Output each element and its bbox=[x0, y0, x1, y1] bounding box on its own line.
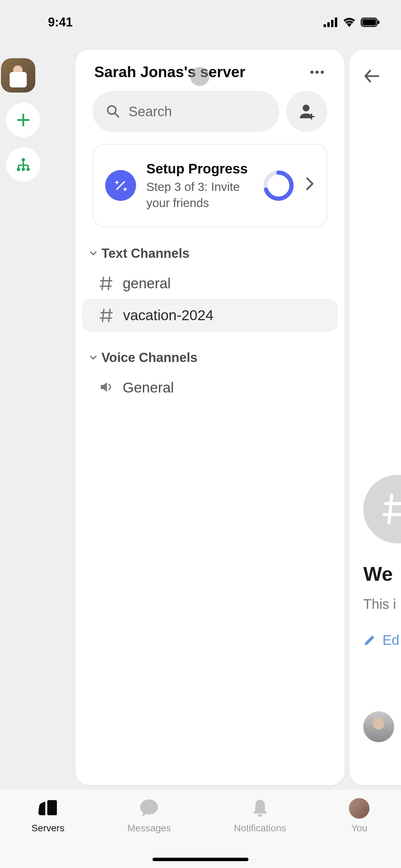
channel-content-peek[interactable]: We This i Ed bbox=[350, 50, 401, 785]
server-title[interactable]: Sarah Jonas's server bbox=[94, 63, 245, 81]
svg-point-44 bbox=[140, 799, 158, 815]
setup-text: Setup Progress Step 3 of 3: Invite your … bbox=[146, 160, 252, 211]
chevron-right-icon bbox=[305, 176, 315, 195]
message-avatar[interactable] bbox=[363, 711, 394, 742]
wand-icon bbox=[113, 178, 129, 193]
svg-line-30 bbox=[102, 277, 104, 290]
svg-rect-0 bbox=[324, 24, 326, 27]
voice-channels-header[interactable]: Voice Channels bbox=[75, 331, 344, 372]
channel-name: vacation-2024 bbox=[123, 307, 214, 324]
hash-icon bbox=[99, 276, 113, 291]
channel-hash-badge bbox=[363, 475, 401, 543]
svg-rect-6 bbox=[378, 21, 379, 24]
add-server-button[interactable] bbox=[6, 103, 40, 137]
svg-line-35 bbox=[109, 309, 110, 322]
panel-header: Sarah Jonas's server ••• bbox=[75, 50, 344, 91]
svg-point-20 bbox=[303, 105, 309, 111]
back-button[interactable] bbox=[363, 69, 380, 85]
setup-subtitle: Step 3 of 3: Invite your friends bbox=[146, 179, 252, 211]
speaker-icon bbox=[99, 379, 114, 395]
voice-channels-title: Voice Channels bbox=[101, 350, 197, 365]
nav-label: You bbox=[351, 823, 367, 834]
server-rail bbox=[0, 58, 46, 182]
server-avatar[interactable] bbox=[1, 58, 35, 93]
edit-label: Ed bbox=[382, 632, 399, 648]
edit-channel-button[interactable]: Ed bbox=[363, 632, 399, 648]
person-add-icon bbox=[297, 102, 316, 121]
search-input[interactable]: Search bbox=[93, 91, 279, 132]
nav-servers[interactable]: Servers bbox=[32, 798, 64, 868]
search-placeholder: Search bbox=[129, 104, 172, 119]
discover-button[interactable] bbox=[6, 147, 40, 182]
bell-icon bbox=[251, 798, 269, 818]
search-icon bbox=[106, 105, 120, 118]
svg-rect-3 bbox=[335, 17, 337, 27]
channel-general[interactable]: general bbox=[82, 268, 338, 299]
nav-label: Servers bbox=[32, 823, 64, 834]
welcome-subtitle: This i bbox=[363, 596, 396, 612]
more-button[interactable]: ••• bbox=[310, 66, 326, 79]
cellular-icon bbox=[324, 17, 338, 27]
touch-indicator bbox=[190, 67, 209, 86]
channel-vacation-2024[interactable]: vacation-2024 bbox=[82, 299, 338, 331]
svg-rect-2 bbox=[331, 20, 333, 27]
svg-line-19 bbox=[115, 113, 119, 117]
nav-you[interactable]: You bbox=[349, 798, 369, 868]
svg-rect-43 bbox=[47, 800, 57, 815]
home-indicator bbox=[153, 858, 248, 861]
svg-line-39 bbox=[389, 495, 392, 523]
nav-label: Messages bbox=[127, 823, 171, 834]
chevron-down-icon bbox=[89, 249, 97, 257]
svg-rect-1 bbox=[327, 22, 330, 27]
arrow-left-icon bbox=[363, 69, 380, 84]
plus-icon bbox=[16, 112, 31, 128]
invite-button[interactable] bbox=[286, 91, 327, 132]
status-time: 9:41 bbox=[48, 15, 73, 29]
status-bar: 9:41 bbox=[0, 0, 401, 45]
channel-panel: Sarah Jonas's server ••• Search bbox=[75, 50, 344, 785]
setup-progress-card[interactable]: Setup Progress Step 3 of 3: Invite your … bbox=[93, 144, 327, 227]
status-icons bbox=[324, 17, 380, 27]
chevron-down-icon bbox=[89, 353, 97, 362]
hash-icon bbox=[100, 308, 113, 323]
channel-name: general bbox=[123, 275, 171, 292]
wand-icon-circle bbox=[105, 170, 136, 201]
pencil-icon bbox=[363, 634, 376, 647]
servers-icon bbox=[37, 799, 59, 818]
messages-icon bbox=[139, 799, 159, 818]
welcome-heading: We bbox=[363, 562, 393, 585]
svg-line-34 bbox=[102, 309, 104, 322]
search-row: Search bbox=[75, 91, 344, 144]
svg-line-31 bbox=[108, 277, 110, 290]
channel-name: General bbox=[123, 379, 174, 396]
setup-title: Setup Progress bbox=[146, 160, 252, 177]
svg-rect-5 bbox=[362, 19, 376, 25]
text-channels-header[interactable]: Text Channels bbox=[75, 227, 344, 268]
wifi-icon bbox=[343, 17, 356, 27]
battery-icon bbox=[361, 17, 380, 27]
nav-label: Notifications bbox=[234, 823, 286, 834]
hub-icon bbox=[16, 157, 31, 172]
progress-ring-icon bbox=[262, 169, 295, 202]
profile-avatar bbox=[349, 798, 369, 819]
hash-icon bbox=[382, 492, 401, 526]
voice-channel-general[interactable]: General bbox=[82, 372, 338, 403]
text-channels-title: Text Channels bbox=[101, 246, 190, 261]
bottom-nav: Servers Messages Notifications You bbox=[0, 789, 401, 868]
